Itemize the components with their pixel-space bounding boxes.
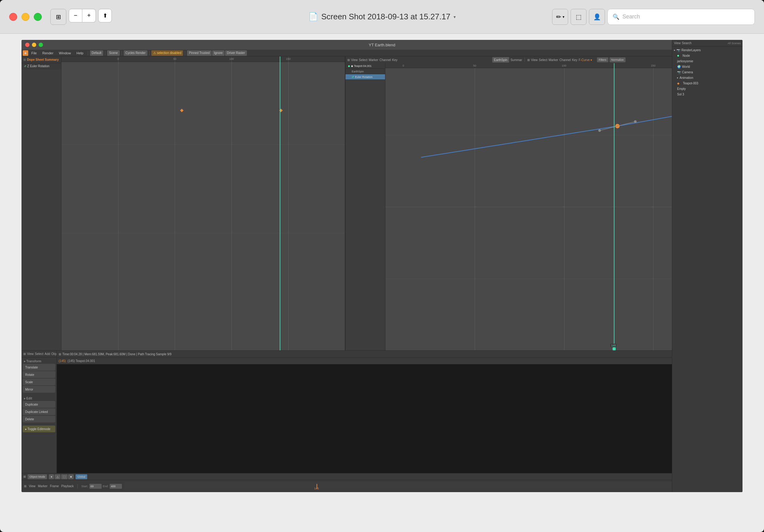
- tree-camera[interactable]: 📷 Camera: [673, 69, 742, 75]
- fc-channel-teapot[interactable]: ◆ ◆ Teapot-04.001: [345, 63, 385, 69]
- bl-maximize[interactable]: [39, 43, 43, 47]
- normalize-btn[interactable]: Normalize: [610, 58, 626, 62]
- translate-btn[interactable]: Translate: [23, 364, 55, 371]
- point-icon[interactable]: ●: [49, 474, 54, 479]
- title-dropdown-icon[interactable]: ▾: [454, 14, 456, 19]
- object-mode-btn[interactable]: Object Mode: [28, 474, 47, 479]
- menu-sep-3: [121, 51, 122, 55]
- menu-help[interactable]: Help: [74, 51, 86, 56]
- fc-view[interactable]: View: [351, 58, 358, 62]
- fc-marker2[interactable]: Marker: [549, 58, 558, 62]
- tree-world[interactable]: 🌍 World: [673, 64, 742, 69]
- fc-view2[interactable]: View: [531, 58, 538, 62]
- tree-teapot[interactable]: ◆ Teapot-003: [673, 80, 742, 86]
- svg-line-3: [600, 121, 635, 130]
- zoom-in-button[interactable]: +: [82, 9, 96, 22]
- ignore-btn[interactable]: Ignore: [212, 50, 225, 56]
- channel-euler[interactable]: ↺ Z Euler Rotation: [22, 63, 61, 69]
- stamp-button[interactable]: ⬚: [571, 9, 587, 25]
- fcurve-channels: ◆ ◆ Teapot-04.001 EarthSpin ↺ Euler Rota…: [345, 63, 385, 350]
- share-button[interactable]: ⬆: [98, 9, 112, 22]
- fc-channel-earthspin[interactable]: EarthSpin: [345, 69, 385, 74]
- end-field[interactable]: 400: [109, 484, 122, 489]
- toolbar-right: ✏ ▾ ⬚ 👤 🔍 Search: [552, 9, 755, 25]
- fc-action[interactable]: EarthSpin: [492, 57, 509, 63]
- document-icon: 📄: [308, 12, 318, 22]
- menu-render[interactable]: Render: [40, 51, 56, 56]
- menu-file[interactable]: File: [29, 51, 39, 56]
- zoom-out-button[interactable]: −: [69, 9, 82, 22]
- tree-empty[interactable]: Empty: [673, 86, 742, 91]
- tree-animation[interactable]: ▸ Animation: [673, 75, 742, 80]
- fc-euler-icon: ↺: [352, 75, 354, 78]
- duplicate-linked-btn[interactable]: Duplicate Linked: [23, 408, 55, 415]
- fc-channel-euler[interactable]: ↺ Euler Rotation: [345, 74, 385, 80]
- vt-view[interactable]: View: [27, 352, 34, 355]
- start-field[interactable]: 69: [90, 484, 101, 489]
- solid-icon[interactable]: ■: [68, 474, 74, 479]
- fc-select[interactable]: Select: [359, 58, 368, 62]
- pen-dropdown[interactable]: ▾: [563, 15, 564, 19]
- maximize-button[interactable]: [34, 13, 42, 21]
- search-bar[interactable]: 🔍 Search: [607, 9, 755, 25]
- fc-channel2[interactable]: Channel: [559, 58, 571, 62]
- fc-summary[interactable]: Summar: [510, 58, 522, 62]
- pinned-trusted[interactable]: Pinned Trusted: [187, 50, 211, 56]
- menu-window[interactable]: Window: [57, 51, 74, 56]
- dope-sheet-labels: ⊞ Dope Sheet Summary ↺ Z Euler Rotation: [22, 57, 62, 350]
- render-engine[interactable]: Cycles Render: [124, 50, 148, 56]
- fc-key2[interactable]: Key: [572, 58, 577, 62]
- vt-object[interactable]: Object: [51, 352, 57, 355]
- delete-btn[interactable]: Delete: [23, 416, 55, 423]
- dope-sheet-content: 0 50 100 150: [62, 57, 345, 350]
- scene-selector[interactable]: Scene: [107, 50, 119, 56]
- rotate-btn[interactable]: Rotate: [23, 371, 55, 378]
- tl-view[interactable]: View: [29, 484, 36, 488]
- close-button[interactable]: [9, 13, 17, 21]
- global-btn[interactable]: Global: [76, 474, 87, 479]
- tl-frame-lbl[interactable]: Frame: [50, 484, 59, 488]
- fc-key[interactable]: Key: [392, 58, 397, 62]
- driver-raster[interactable]: Driver Raster: [225, 50, 247, 56]
- sidebar-toggle-button[interactable]: ⊞: [50, 9, 66, 25]
- frame-info: (145): [59, 359, 66, 363]
- fc-euler-label: Euler Rotation: [355, 75, 372, 78]
- dope-grid: [62, 57, 345, 350]
- fc-select2[interactable]: Select: [539, 58, 547, 62]
- vt-select[interactable]: Select: [35, 352, 44, 355]
- tree-sol3[interactable]: Sol 3: [673, 91, 742, 97]
- filters-btn[interactable]: Filters: [597, 58, 608, 62]
- duplicate-btn[interactable]: Duplicate: [23, 401, 55, 408]
- mesh-icon[interactable]: △: [55, 474, 61, 479]
- fc-marker[interactable]: Marker: [369, 58, 378, 62]
- fc-ruler-0: 0: [403, 64, 404, 67]
- menu-sep-4: [149, 51, 149, 55]
- mirror-btn[interactable]: Mirror: [23, 386, 55, 393]
- fc-ruler-100: 100: [562, 64, 566, 67]
- scale-btn[interactable]: Scale: [23, 379, 55, 385]
- person-button[interactable]: 👤: [589, 9, 605, 25]
- selection-disabled[interactable]: ⚠ selection disabled: [151, 50, 183, 56]
- tree-jarlios[interactable]: jarliosysmie: [673, 58, 742, 64]
- line-icon[interactable]: ⬚: [61, 474, 68, 479]
- minimize-button[interactable]: [22, 13, 30, 21]
- euler-label: Z Euler Rotation: [27, 65, 50, 68]
- vt-add[interactable]: Add: [45, 352, 50, 355]
- mac-window: ⊞ − + ⬆ 📄 Screen Shot 2018-09-13 at 15.2…: [0, 0, 764, 532]
- timeline-ruler-strip: 145: [124, 482, 673, 490]
- fc-fcurve-lbl[interactable]: F-Curve ▾: [579, 58, 592, 62]
- vt-icon: ⊞: [23, 352, 26, 355]
- tl-start-section: Start: 69 End: 400: [82, 484, 122, 489]
- layout-default[interactable]: Default: [90, 50, 103, 56]
- dope-cursor: [280, 57, 281, 350]
- bl-minimize[interactable]: [32, 43, 36, 47]
- toggle-editmode-btn[interactable]: ▸ Toggle Editmode: [23, 426, 55, 432]
- pen-button[interactable]: ✏ ▾: [552, 9, 568, 25]
- tl-playback[interactable]: Playback: [62, 484, 74, 488]
- te-label: Empty: [677, 87, 686, 90]
- tt-icon: ◆: [677, 81, 679, 85]
- ts-label: Sol 3: [677, 93, 684, 96]
- tl-marker[interactable]: Marker: [38, 484, 48, 488]
- fc-channel[interactable]: Channel: [380, 58, 391, 62]
- bl-close[interactable]: [25, 43, 30, 47]
